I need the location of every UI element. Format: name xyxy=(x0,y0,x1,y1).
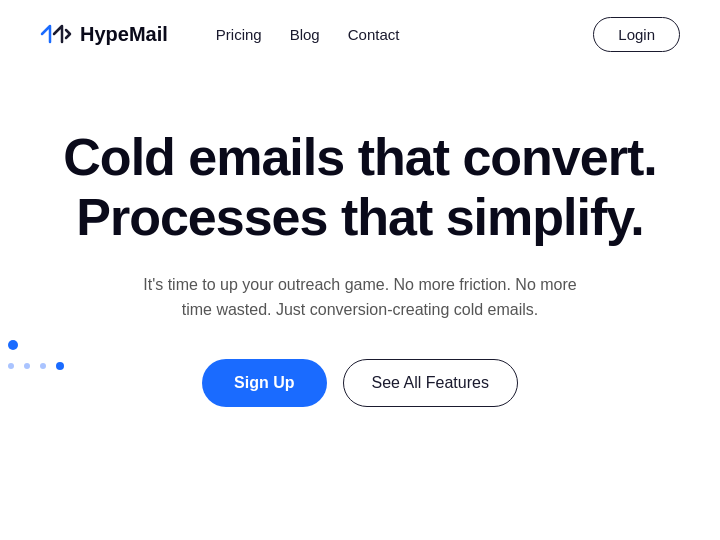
hero-title: Cold emails that convert. Processes that… xyxy=(63,128,656,248)
logo[interactable]: HypeMail xyxy=(40,22,168,46)
nav-link-pricing[interactable]: Pricing xyxy=(216,26,262,43)
hero-subtitle: It's time to up your outreach game. No m… xyxy=(140,272,580,323)
hero-title-line2: Processes that simplify. xyxy=(76,188,644,246)
hero-buttons: Sign Up See All Features xyxy=(202,359,518,407)
login-button[interactable]: Login xyxy=(593,17,680,52)
see-all-features-button[interactable]: See All Features xyxy=(343,359,518,407)
navbar: HypeMail Pricing Blog Contact Login xyxy=(0,0,720,68)
logo-text: HypeMail xyxy=(80,23,168,46)
nav-link-contact[interactable]: Contact xyxy=(348,26,400,43)
hero-section: Cold emails that convert. Processes that… xyxy=(0,68,720,407)
signup-button[interactable]: Sign Up xyxy=(202,359,326,407)
nav-link-blog[interactable]: Blog xyxy=(290,26,320,43)
nav-links: Pricing Blog Contact xyxy=(216,26,400,43)
hero-title-line1: Cold emails that convert. xyxy=(63,128,656,186)
logo-icon xyxy=(40,22,72,46)
